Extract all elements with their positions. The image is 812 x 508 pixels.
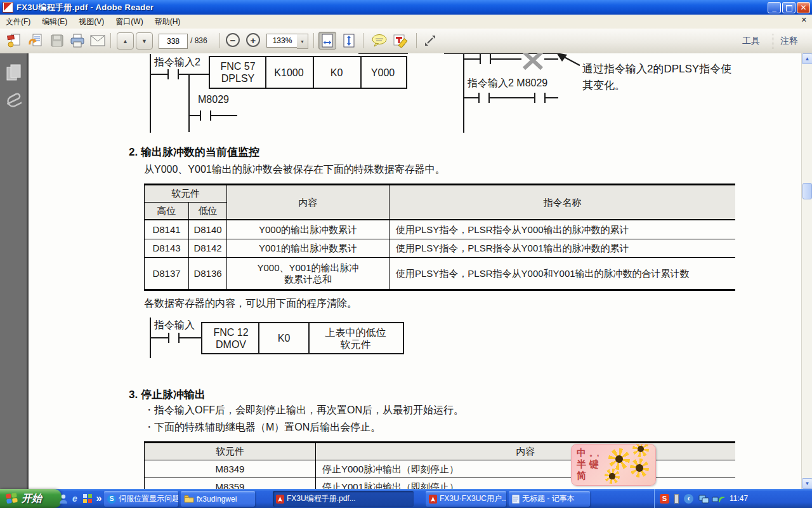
flower-decoration bbox=[608, 448, 630, 470]
zoom-out-icon: − bbox=[230, 36, 236, 45]
flower-decoration bbox=[632, 444, 649, 457]
zoom-out-button[interactable]: − bbox=[226, 33, 240, 47]
pdf-icon bbox=[429, 495, 437, 504]
table1-header-high: 高位 bbox=[145, 203, 189, 219]
cell-name: 使用PLSY指令，PLSR指令从Y000和Y001输出的脉冲数的合计累计数 bbox=[390, 258, 735, 289]
ime-mode-button[interactable]: 中 bbox=[577, 447, 586, 459]
ime-softkeyboard-button[interactable]: 键 bbox=[589, 458, 599, 471]
fit-page-button[interactable] bbox=[340, 32, 358, 50]
cell-content: 停止Y001脉冲输出（即刻停止） bbox=[316, 478, 735, 489]
scroll-down-icon: ▼ bbox=[805, 481, 810, 486]
section2-title: 2. 输出脉冲数的当前值监控 bbox=[129, 145, 259, 159]
taskbar: 开始 e » S 伺服位置显示问题... fx3udingwei FX3U编程手… bbox=[0, 489, 812, 508]
comments-pane-button[interactable]: 注释 bbox=[780, 36, 798, 47]
taskbar-button-folder[interactable]: fx3udingwei bbox=[181, 491, 255, 507]
messenger-quicklaunch-icon[interactable] bbox=[58, 493, 69, 504]
email-icon bbox=[90, 35, 105, 46]
ladder1-operand1: K1000 bbox=[265, 58, 313, 87]
zoom-level-value[interactable]: 133% bbox=[266, 34, 298, 48]
collapse-tray-chevron-icon[interactable]: ‹ bbox=[684, 494, 693, 504]
highlight-text-button[interactable] bbox=[392, 32, 410, 50]
table1-header-low: 低位 bbox=[189, 203, 226, 219]
restore-icon bbox=[786, 5, 792, 11]
toolbar-separator bbox=[110, 33, 111, 48]
close-pane-icon[interactable]: ✕ bbox=[801, 16, 807, 24]
start-button[interactable]: 开始 bbox=[0, 489, 62, 508]
taskbar-button-label: fx3udingwei bbox=[197, 495, 237, 504]
taskbar-button-browser[interactable]: S 伺服位置显示问题... bbox=[104, 491, 178, 507]
zoom-in-button[interactable]: + bbox=[246, 33, 260, 47]
minimize-button[interactable]: _ bbox=[768, 2, 781, 13]
menu-help[interactable]: 帮助(H) bbox=[149, 15, 187, 29]
pdf-icon bbox=[276, 495, 284, 504]
device-tray-icon[interactable] bbox=[674, 494, 679, 504]
toolbar-separator bbox=[416, 33, 417, 48]
scroll-down-button[interactable]: ▼ bbox=[802, 478, 812, 489]
scrolling-mode-button[interactable] bbox=[318, 32, 336, 50]
menu-edit[interactable]: 编辑(E) bbox=[36, 15, 73, 29]
previous-page-button[interactable]: ▲ bbox=[117, 32, 134, 50]
scrollbar-thumb[interactable] bbox=[802, 183, 812, 199]
taskbar-button-label: 伺服位置显示问题... bbox=[119, 493, 178, 504]
menu-view[interactable]: 视图(V) bbox=[73, 15, 110, 29]
page-thumbnails-button[interactable] bbox=[6, 64, 22, 85]
fullscreen-button[interactable] bbox=[421, 32, 439, 50]
menu-bar: 文件(F) 编辑(E) 视图(V) 窗口(W) 帮助(H) ✕ bbox=[0, 15, 812, 29]
taskbar-button-notepad[interactable]: 无标题 - 记事本 bbox=[509, 491, 590, 507]
ime-halfwidth-button[interactable]: 半 bbox=[577, 458, 586, 471]
send-file-button[interactable] bbox=[27, 32, 44, 50]
adobe-reader-window: FX3U编程手册.pdf - Adobe Reader _ ✕ 文件(F) 编辑… bbox=[0, 0, 812, 508]
comment-button[interactable] bbox=[370, 32, 388, 50]
attachments-button[interactable] bbox=[6, 89, 22, 114]
email-button[interactable] bbox=[89, 32, 107, 50]
page-thumbnails-icon bbox=[6, 64, 22, 83]
zoom-dropdown-button[interactable]: ▼ bbox=[297, 34, 308, 49]
print-button[interactable] bbox=[69, 32, 86, 50]
restore-button[interactable] bbox=[782, 2, 796, 13]
next-page-button[interactable]: ▼ bbox=[136, 32, 153, 50]
vertical-scrollbar[interactable]: ▲ ▼ bbox=[801, 53, 812, 489]
ladder2-operand2: 上表中的低位 软元件 bbox=[309, 324, 402, 352]
fnc-mnemonic: DMOV bbox=[216, 338, 246, 351]
wireless-tray-icon[interactable] bbox=[712, 494, 724, 504]
section2-intro: 从Y000、Y001输出的脉冲数会被保存在下面的特殊数据寄存器中。 bbox=[144, 163, 445, 177]
open-button[interactable] bbox=[5, 32, 23, 50]
flower-decoration bbox=[630, 458, 649, 478]
windows-flag-icon bbox=[5, 492, 19, 505]
close-icon: ✕ bbox=[800, 3, 806, 12]
save-icon bbox=[50, 34, 64, 48]
network-tray-icon[interactable] bbox=[698, 494, 709, 504]
save-button[interactable] bbox=[48, 32, 66, 50]
table-row: D8143 D8142 Y001的输出脉冲数累计 使用PLSY指令，PLSR指令… bbox=[145, 239, 735, 258]
next-page-icon: ▼ bbox=[141, 38, 147, 44]
fit-width-icon bbox=[321, 34, 334, 48]
close-button[interactable]: ✕ bbox=[797, 2, 810, 13]
cell-content-line2: 数累计总和 bbox=[284, 274, 332, 285]
ime-punctuation-button[interactable]: 。, bbox=[589, 448, 599, 459]
ime-language-bar[interactable]: 中 。, 半 键 简 bbox=[571, 444, 656, 486]
taskbar-button-pdf2[interactable]: FX3U·FX3UC用户... bbox=[426, 491, 506, 507]
ladder2-input-label: 指令输入 bbox=[154, 319, 195, 332]
ladder1-m8029-label: M8029 bbox=[198, 94, 229, 105]
ladder1-operand3: Y000 bbox=[360, 58, 405, 87]
scroll-up-button[interactable]: ▲ bbox=[802, 53, 812, 64]
taskbar-button-pdf-active[interactable]: FX3U编程手册.pdf... bbox=[273, 491, 414, 507]
toolbar-separator bbox=[773, 34, 773, 49]
ladder2-operand1: K0 bbox=[259, 324, 309, 352]
chevron-down-icon: ▼ bbox=[300, 39, 304, 44]
sogou-tray-icon[interactable]: S bbox=[660, 494, 669, 504]
internet-explorer-quicklaunch-icon[interactable]: e bbox=[70, 493, 80, 504]
quicklaunch-more-chevron-icon[interactable]: » bbox=[94, 493, 104, 504]
clear-note: 各数据寄存器的内容，可以用下面的程序清除。 bbox=[144, 297, 357, 311]
previous-page-icon: ▲ bbox=[122, 38, 128, 44]
ladder2-instruction-box: FNC 12 DMOV K0 上表中的低位 软元件 bbox=[203, 324, 402, 352]
cell-low: D8140 bbox=[189, 220, 227, 239]
ime-simplified-button[interactable]: 简 bbox=[577, 470, 586, 482]
menu-window[interactable]: 窗口(W) bbox=[110, 15, 148, 29]
page-number-input[interactable] bbox=[159, 34, 188, 49]
title-bar: FX3U编程手册.pdf - Adobe Reader bbox=[0, 0, 812, 15]
cell-content: Y000的输出脉冲数累计 bbox=[227, 220, 390, 239]
menu-file[interactable]: 文件(F) bbox=[0, 15, 36, 29]
tools-pane-button[interactable]: 工具 bbox=[742, 36, 760, 47]
app-quicklaunch-icon[interactable] bbox=[82, 493, 93, 504]
